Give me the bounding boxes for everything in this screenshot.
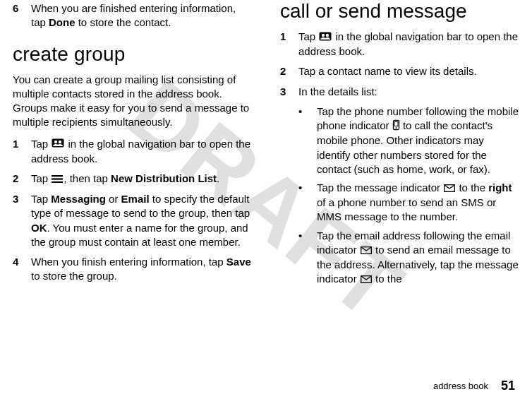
text: Tap — [31, 193, 51, 205]
intro-paragraph: You can create a group mailing list cons… — [13, 73, 252, 130]
text: . — [217, 172, 219, 184]
text: to store the group. — [31, 270, 117, 282]
heading-create-group: create group — [13, 43, 252, 66]
text: Tap — [31, 138, 51, 150]
envelope-icon — [361, 273, 372, 287]
ok-label: OK — [31, 222, 47, 234]
step-1: 1 Tap in the global navigation bar to op… — [13, 137, 252, 166]
new-dist-list-label: New Distribution List — [111, 172, 217, 184]
bullet-marker: • — [298, 229, 317, 287]
step-3: 3 Tap Messaging or Email to specify the … — [13, 192, 252, 249]
step-number: 1 — [280, 30, 298, 59]
step-body: When you finish entering information, ta… — [31, 255, 252, 284]
text: Tap — [298, 30, 318, 42]
svg-point-7 — [322, 34, 325, 37]
text: to store the contact. — [75, 16, 171, 28]
page-number: 51 — [501, 379, 515, 393]
step-body: Tap a contact name to view its details. — [298, 64, 477, 78]
mobile-phone-icon — [393, 119, 399, 133]
svg-point-1 — [54, 141, 57, 143]
envelope-icon — [361, 244, 372, 258]
right-column: call or send message 1 Tap in the global… — [280, 0, 519, 374]
svg-rect-10 — [394, 122, 398, 126]
bullet-body: Tap the email address following the emai… — [317, 229, 519, 287]
text: to the — [456, 181, 488, 193]
left-column: 6 When you are finished entering informa… — [13, 0, 252, 374]
svg-rect-3 — [52, 175, 63, 177]
step-number: 4 — [13, 255, 31, 284]
bullet-item: • Tap the message indicator to the right… — [298, 181, 519, 225]
menu-icon — [52, 172, 63, 186]
bullet-marker: • — [298, 105, 317, 177]
step-2: 2 Tap a contact name to view its details… — [280, 64, 519, 78]
text: When you finish entering information, ta… — [31, 256, 226, 268]
svg-point-2 — [59, 141, 61, 143]
step-body: In the details list: — [298, 85, 377, 99]
step-body: Tap in the global navigation bar to open… — [298, 30, 519, 59]
step-number: 2 — [13, 172, 31, 186]
step-number: 2 — [280, 64, 298, 78]
text: of a phone number to send an SMS or MMS … — [317, 196, 496, 222]
bullet-item: • Tap the phone number following the mob… — [298, 105, 519, 177]
address-book-icon — [52, 137, 64, 151]
save-label: Save — [226, 256, 251, 268]
text: to the — [373, 273, 402, 285]
step-2: 2 Tap , then tap New Distribution List. — [13, 172, 252, 186]
svg-point-11 — [395, 127, 397, 129]
address-book-icon — [319, 30, 332, 44]
step-body: Tap , then tap New Distribution List. — [31, 172, 219, 186]
text: Tap — [31, 172, 51, 184]
svg-point-8 — [326, 34, 329, 37]
text: or — [106, 193, 121, 205]
email-label: Email — [121, 193, 150, 205]
step-number: 3 — [13, 192, 31, 249]
svg-rect-4 — [52, 178, 63, 179]
step-body: Tap Messaging or Email to specify the de… — [31, 192, 252, 249]
step-number: 6 — [13, 1, 31, 30]
step-4: 4 When you finish entering information, … — [13, 255, 252, 284]
bullet-marker: • — [298, 181, 317, 225]
step-1: 1 Tap in the global navigation bar to op… — [280, 30, 519, 59]
page-footer: address book51 — [433, 379, 515, 393]
bullet-body: Tap the phone number following the mobil… — [317, 105, 519, 177]
bullet-list: • Tap the phone number following the mob… — [280, 105, 519, 287]
text: . You must enter a name for the group, a… — [31, 222, 248, 248]
page-content: 6 When you are finished entering informa… — [0, 0, 532, 374]
heading-call-send: call or send message — [280, 0, 519, 23]
right-label: right — [488, 181, 512, 193]
bullet-body: Tap the message indicator to the right o… — [317, 181, 519, 225]
step-body: Tap in the global navigation bar to open… — [31, 137, 252, 166]
text: , then tap — [64, 172, 111, 184]
text: Tap the message indicator — [317, 181, 443, 193]
footer-section-label: address book — [433, 381, 488, 391]
step-number: 1 — [13, 137, 31, 166]
bullet-item: • Tap the email address following the em… — [298, 229, 519, 287]
step-body: When you are finished entering informati… — [31, 1, 252, 30]
svg-rect-5 — [52, 181, 63, 183]
envelope-icon — [444, 181, 455, 196]
messaging-label: Messaging — [51, 193, 106, 205]
step-number: 3 — [280, 85, 298, 99]
done-label: Done — [49, 16, 75, 28]
step-3: 3 In the details list: — [280, 85, 519, 99]
step-6: 6 When you are finished entering informa… — [13, 1, 252, 30]
